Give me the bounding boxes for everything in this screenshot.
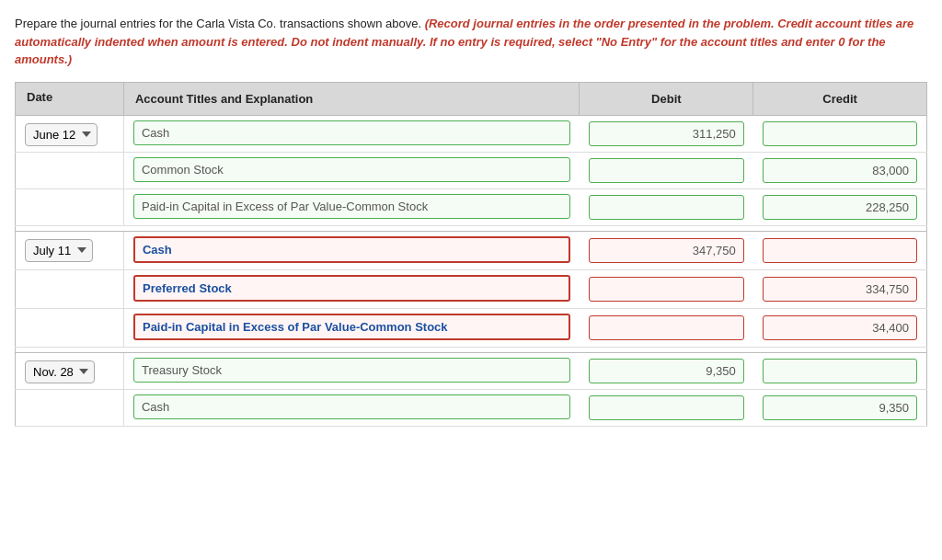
credit-input[interactable] [763, 158, 917, 183]
debit-input[interactable] [589, 238, 744, 263]
intro-text: Prepare the journal entries for the Carl… [15, 17, 421, 30]
account-cell [123, 189, 580, 225]
table-row [16, 152, 927, 189]
credit-input[interactable] [763, 359, 917, 383]
credit-cell [753, 308, 927, 347]
journal-table: Date Account Titles and Explanation Debi… [15, 82, 927, 427]
debit-cell [580, 352, 753, 389]
credit-cell [753, 152, 927, 189]
header-credit: Credit [753, 82, 927, 115]
table-row [16, 389, 927, 426]
credit-input[interactable] [763, 277, 917, 302]
account-cell [123, 152, 580, 189]
debit-cell [580, 189, 753, 225]
account-input[interactable] [133, 236, 570, 263]
header-account: Account Titles and Explanation [123, 82, 580, 115]
credit-cell [753, 189, 927, 225]
account-input[interactable] [133, 358, 570, 383]
account-input[interactable] [133, 157, 570, 182]
date-cell: June 12 [16, 115, 124, 152]
credit-input[interactable] [763, 238, 917, 263]
date-cell [16, 308, 124, 347]
debit-cell [580, 152, 753, 189]
date-cell: July 11 [16, 231, 124, 269]
debit-input[interactable] [589, 158, 744, 183]
debit-input[interactable] [589, 315, 744, 340]
credit-cell [753, 231, 927, 269]
credit-cell [753, 352, 927, 389]
credit-cell [753, 115, 927, 152]
date-cell [16, 189, 124, 225]
date-select[interactable]: July 11 [25, 239, 93, 262]
date-cell [16, 152, 124, 189]
credit-input[interactable] [763, 395, 917, 420]
account-cell [123, 308, 580, 347]
account-cell [123, 115, 580, 152]
header-date: Date [16, 82, 124, 115]
instructions: Prepare the journal entries for the Carl… [15, 15, 927, 69]
table-row [16, 189, 927, 225]
date-select[interactable]: Nov. 28 [25, 360, 95, 383]
debit-input[interactable] [589, 121, 744, 146]
debit-cell [580, 308, 753, 347]
debit-cell [580, 269, 753, 308]
table-row [16, 269, 927, 308]
table-row: July 11 [16, 231, 927, 269]
debit-input[interactable] [589, 359, 744, 383]
credit-input[interactable] [763, 121, 917, 146]
debit-cell [580, 231, 753, 269]
debit-input[interactable] [589, 277, 744, 302]
table-row: June 12 [16, 115, 927, 152]
credit-cell [753, 389, 927, 426]
credit-input[interactable] [763, 315, 917, 340]
account-input[interactable] [133, 194, 570, 219]
date-cell [16, 389, 124, 426]
account-cell [123, 389, 580, 426]
date-select[interactable]: June 12 [25, 123, 98, 146]
account-input[interactable] [133, 314, 570, 340]
account-input[interactable] [133, 120, 570, 145]
credit-cell [753, 269, 927, 308]
account-input[interactable] [133, 394, 570, 419]
table-row: Nov. 28 [16, 352, 927, 389]
account-input[interactable] [133, 275, 570, 302]
debit-input[interactable] [589, 395, 744, 420]
account-cell [123, 352, 580, 389]
debit-cell [580, 115, 753, 152]
account-cell [123, 231, 580, 269]
header-debit: Debit [580, 82, 753, 115]
account-cell [123, 269, 580, 308]
debit-input[interactable] [589, 195, 744, 220]
debit-cell [580, 389, 753, 426]
credit-input[interactable] [763, 195, 917, 220]
date-cell [16, 269, 124, 308]
date-cell: Nov. 28 [16, 352, 124, 389]
table-row [16, 308, 927, 347]
